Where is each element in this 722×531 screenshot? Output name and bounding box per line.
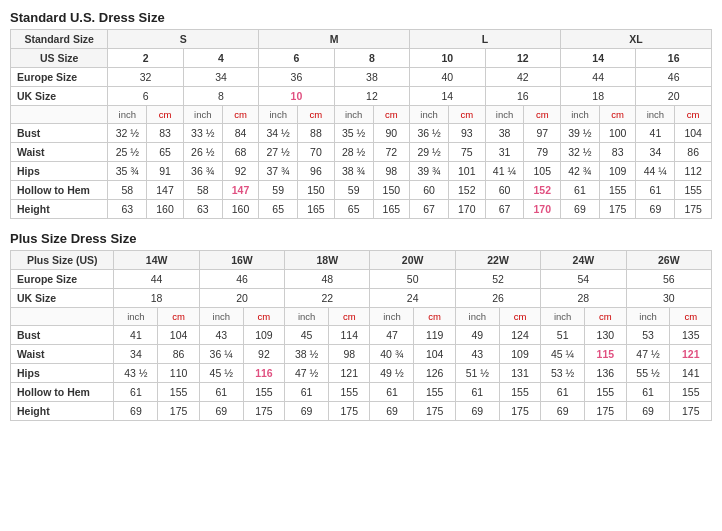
plus-hips-45.5-cm: 116: [243, 364, 284, 383]
hollow-61b-inch: 61: [636, 181, 675, 200]
plus-hollow-61f-cm: 155: [585, 383, 626, 402]
europe-38: 38: [334, 68, 409, 87]
height-label: Height: [11, 200, 108, 219]
plus-hollow-label: Hollow to Hem: [11, 383, 114, 402]
bust-34.5-cm: 88: [298, 124, 335, 143]
bust-38-inch: 38: [485, 124, 524, 143]
plus-waist-43-inch: 43: [455, 345, 499, 364]
plus-22w: 22W: [455, 251, 540, 270]
plus-height-69g-cm: 175: [670, 402, 712, 421]
plus-bust-51-inch: 51: [541, 326, 585, 345]
hips-42.75-cm: 109: [599, 162, 636, 181]
plus-bust-53-inch: 53: [626, 326, 670, 345]
hips-37.75-inch: 37 ¾: [259, 162, 298, 181]
plus-unit-cm-7: cm: [670, 308, 712, 326]
plus-bust-45-cm: 114: [329, 326, 370, 345]
uk-size-label: UK Size: [11, 87, 108, 106]
hips-35.75-inch: 35 ¾: [108, 162, 147, 181]
hips-36.75-inch: 36 ¾: [183, 162, 222, 181]
bust-36.5-cm: 93: [449, 124, 486, 143]
uk-18: 18: [560, 87, 635, 106]
bust-41-inch: 41: [636, 124, 675, 143]
unit-inch-2: inch: [183, 106, 222, 124]
group-m: M: [259, 30, 410, 49]
unit-cm-3: cm: [298, 106, 335, 124]
europe-36: 36: [259, 68, 334, 87]
plus-bust-49-inch: 49: [455, 326, 499, 345]
bust-label: Bust: [11, 124, 108, 143]
plus-unit-inch-3: inch: [285, 308, 329, 326]
plus-waist-38.5-cm: 98: [329, 345, 370, 364]
plus-hips-51.5-cm: 131: [499, 364, 540, 383]
height-69a-cm: 175: [599, 200, 636, 219]
plus-bust-45-inch: 45: [285, 326, 329, 345]
europe-40: 40: [410, 68, 485, 87]
plus-bust-43-inch: 43: [199, 326, 243, 345]
plus-size-label: Plus Size (US): [11, 251, 114, 270]
height-69b-cm: 175: [675, 200, 712, 219]
uk-8: 8: [183, 87, 258, 106]
height-65b-inch: 65: [334, 200, 373, 219]
hips-39.75-inch: 39 ¾: [410, 162, 449, 181]
plus-unit-inch-1: inch: [114, 308, 158, 326]
uk-14: 14: [410, 87, 485, 106]
unit-inch-7: inch: [560, 106, 599, 124]
waist-label: Waist: [11, 143, 108, 162]
plus-hollow-61b-cm: 155: [243, 383, 284, 402]
height-67b-cm: 170: [524, 200, 561, 219]
plus-europe-50: 50: [370, 270, 455, 289]
plus-europe-48: 48: [285, 270, 370, 289]
hollow-60b-cm: 152: [524, 181, 561, 200]
bust-34.5-inch: 34 ½: [259, 124, 298, 143]
bust-35.5-cm: 90: [373, 124, 410, 143]
plus-hips-43.5-inch: 43 ½: [114, 364, 158, 383]
plus-hollow-61f-inch: 61: [541, 383, 585, 402]
plus-hips-47.5-cm: 121: [329, 364, 370, 383]
uk-20: 20: [636, 87, 712, 106]
plus-waist-36.25-inch: 36 ¼: [199, 345, 243, 364]
us-4: 4: [183, 49, 258, 68]
plus-uk-28: 28: [541, 289, 626, 308]
plus-hollow-61e-cm: 155: [499, 383, 540, 402]
height-69b-inch: 69: [636, 200, 675, 219]
waist-28.5-inch: 28 ½: [334, 143, 373, 162]
unit-cm-6: cm: [524, 106, 561, 124]
waist-34-inch: 34: [636, 143, 675, 162]
us-size-label: US Size: [11, 49, 108, 68]
hips-41.25-inch: 41 ¼: [485, 162, 524, 181]
europe-34: 34: [183, 68, 258, 87]
height-69a-inch: 69: [560, 200, 599, 219]
plus-unit-inch-7: inch: [626, 308, 670, 326]
hips-44.25-inch: 44 ¼: [636, 162, 675, 181]
plus-hollow-61a-cm: 155: [158, 383, 199, 402]
waist-28.5-cm: 72: [373, 143, 410, 162]
plus-height-69a-inch: 69: [114, 402, 158, 421]
hips-36.75-cm: 92: [222, 162, 259, 181]
plus-16w: 16W: [199, 251, 284, 270]
plus-uk-label: UK Size: [11, 289, 114, 308]
hips-label: Hips: [11, 162, 108, 181]
group-l: L: [410, 30, 561, 49]
us-10: 10: [410, 49, 485, 68]
plus-table: Plus Size (US) 14W 16W 18W 20W 22W 24W 2…: [10, 250, 712, 421]
plus-hollow-61c-inch: 61: [285, 383, 329, 402]
uk-12: 12: [334, 87, 409, 106]
bust-39.5-cm: 100: [599, 124, 636, 143]
plus-title: Plus Size Dress Size: [10, 231, 712, 246]
bust-32.5-cm: 83: [147, 124, 184, 143]
us-14: 14: [560, 49, 635, 68]
plus-hips-53.5-inch: 53 ½: [541, 364, 585, 383]
bust-39.5-inch: 39 ½: [560, 124, 599, 143]
plus-hips-55.5-cm: 141: [670, 364, 712, 383]
bust-36.5-inch: 36 ½: [410, 124, 449, 143]
height-63a-cm: 160: [147, 200, 184, 219]
hollow-61a-cm: 155: [599, 181, 636, 200]
plus-europe-56: 56: [626, 270, 711, 289]
unit-inch-3: inch: [259, 106, 298, 124]
plus-uk-18: 18: [114, 289, 199, 308]
waist-27.5-inch: 27 ½: [259, 143, 298, 162]
hollow-61a-inch: 61: [560, 181, 599, 200]
plus-bust-53-cm: 135: [670, 326, 712, 345]
hollow-58a-inch: 58: [108, 181, 147, 200]
plus-height-69c-cm: 175: [329, 402, 370, 421]
